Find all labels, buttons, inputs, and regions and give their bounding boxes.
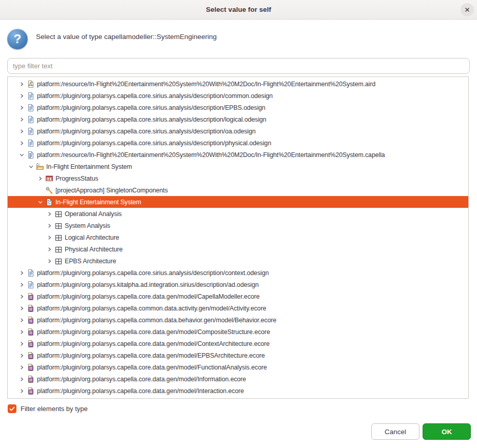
tree-row[interactable]: platform:/plugin/org.polarsys.capella.co…	[8, 90, 468, 102]
chevron-down-icon[interactable]	[36, 198, 44, 206]
tree-row[interactable]: platform:/plugin/org.polarsys.capella.co…	[8, 302, 468, 314]
chevron-right-icon[interactable]	[18, 375, 26, 383]
chevron-right-icon[interactable]	[18, 293, 26, 301]
architecture-icon	[54, 233, 63, 242]
chevron-right-icon[interactable]	[46, 233, 53, 242]
dialog-message: Select a value of type capellamodeller::…	[36, 33, 217, 41]
tree-row[interactable]: EPBS Architecture	[8, 255, 468, 267]
ecore-file-icon	[27, 304, 35, 313]
chevron-right-icon[interactable]	[46, 222, 53, 230]
chevron-right-icon[interactable]	[18, 363, 26, 372]
tree-row[interactable]: Logical Architecture	[8, 231, 468, 243]
architecture-icon	[54, 257, 63, 265]
chevron-right-icon[interactable]	[18, 328, 26, 336]
tree-row[interactable]: Physical Architecture	[8, 243, 468, 255]
chevron-right-icon[interactable]	[46, 257, 53, 265]
tree-row[interactable]: In-Flight Entertainment System	[8, 196, 468, 208]
tree-item-label: platform:/plugin/org.polarsys.capella.co…	[37, 328, 270, 336]
chevron-right-icon[interactable]	[18, 92, 26, 100]
model-element-tree[interactable]: platform:/resource/In-Flight%20Entertain…	[7, 76, 469, 399]
tree-row[interactable]: platform:/plugin/org.polarsys.capella.co…	[8, 326, 468, 338]
odesign-file-icon	[27, 104, 35, 112]
chevron-right-icon[interactable]	[18, 127, 26, 135]
tree-item-label: platform:/resource/In-Flight%20Entertain…	[37, 151, 385, 159]
select-value-dialog: { "window": { "title": "Select value for…	[0, 0, 477, 448]
tree-item-label: platform:/plugin/org.polarsys.capella.co…	[37, 92, 273, 100]
dialog-buttons: Cancel OK	[371, 423, 471, 440]
architecture-icon	[54, 210, 63, 218]
tree-row[interactable]: 123ProgressStatus	[8, 172, 468, 184]
chevron-right-icon[interactable]	[18, 281, 26, 289]
odesign-file-icon	[27, 115, 35, 124]
tree-row[interactable]: platform:/plugin/org.polarsys.capella.co…	[8, 102, 468, 113]
tree-row[interactable]: platform:/plugin/org.polarsys.capella.co…	[8, 290, 468, 302]
tree-row[interactable]: platform:/plugin/org.polarsys.capella.co…	[8, 361, 468, 373]
ecore-file-icon	[27, 375, 35, 383]
tree-row[interactable]: platform:/plugin/org.polarsys.capella.co…	[8, 113, 468, 125]
ecore-file-icon	[27, 328, 35, 336]
tree-item-label: Logical Architecture	[65, 234, 119, 241]
tree-item-label: Physical Architecture	[65, 246, 123, 253]
chevron-down-icon[interactable]	[27, 163, 35, 171]
tree-item-label: platform:/plugin/org.polarsys.capella.co…	[37, 269, 269, 277]
chevron-right-icon[interactable]	[18, 316, 26, 324]
ecore-file-icon	[27, 363, 35, 372]
tree-row[interactable]: platform:/plugin/org.polarsys.capella.co…	[8, 314, 468, 326]
tree-row[interactable]: platform:/plugin/org.polarsys.capella.co…	[8, 385, 468, 397]
tree-row[interactable]: platform:/plugin/org.polarsys.capella.co…	[8, 338, 468, 349]
odesign-file-icon	[27, 139, 35, 147]
close-button[interactable]	[461, 3, 474, 16]
tree-item-label: platform:/plugin/org.polarsys.capella.co…	[37, 305, 266, 312]
tree-item-label: platform:/plugin/org.polarsys.capella.co…	[37, 387, 244, 395]
tree-row[interactable]: platform:/plugin/org.polarsys.capella.co…	[8, 349, 468, 361]
chevron-right-icon[interactable]	[46, 210, 53, 218]
architecture-icon	[54, 245, 63, 254]
dialog-titlebar: Select value for self	[0, 0, 477, 20]
chevron-right-icon[interactable]	[18, 399, 26, 399]
chevron-right-icon[interactable]	[46, 245, 53, 254]
tree-row[interactable]: platform:/resource/In-Flight%20Entertain…	[8, 149, 468, 161]
dialog-header: ? Select a value of type capellamodeller…	[7, 29, 470, 49]
chevron-right-icon[interactable]	[18, 139, 26, 147]
tree-row[interactable]: [projectApproach] SingletonComponents	[8, 184, 468, 196]
tree-item-label: platform:/plugin/org.polarsys.kitalpha.a…	[37, 281, 259, 288]
capella-project-folder-icon	[36, 163, 44, 171]
tree-item-label: In-Flight Entertainment System	[55, 199, 141, 206]
filter-by-type-checkbox[interactable]	[8, 404, 16, 413]
tree-item-label: In-Flight Entertainment System	[46, 163, 132, 170]
chevron-right-icon[interactable]	[36, 174, 44, 183]
chevron-right-icon[interactable]	[18, 104, 26, 112]
tree-item-label: EPBS Architecture	[65, 258, 116, 265]
tree-row[interactable]: In-Flight Entertainment System	[8, 161, 468, 172]
ecore-file-icon	[27, 316, 35, 324]
cancel-button[interactable]: Cancel	[371, 423, 419, 440]
tree-row[interactable]: platform:/plugin/org.polarsys.capella.co…	[8, 125, 468, 137]
chevron-right-icon[interactable]	[18, 340, 26, 348]
odesign-file-icon	[27, 127, 35, 135]
capella-file-icon	[27, 151, 35, 159]
chevron-right-icon[interactable]	[18, 304, 26, 313]
ok-button[interactable]: OK	[423, 423, 471, 440]
svg-text:123: 123	[46, 177, 52, 181]
tree-row[interactable]: platform:/plugin/org.polarsys.capella.co…	[8, 397, 468, 399]
tree-row[interactable]: platform:/plugin/org.polarsys.capella.co…	[8, 137, 468, 149]
tree-row[interactable]: Operational Analysis	[8, 208, 468, 220]
chevron-right-icon[interactable]	[18, 80, 26, 88]
tree-item-label: ProgressStatus	[55, 175, 98, 182]
filter-checkbox-label: Filter elements by type	[21, 405, 88, 413]
chevron-right-icon[interactable]	[18, 387, 26, 395]
tree-item-label: platform:/plugin/org.polarsys.capella.co…	[37, 140, 271, 147]
tree-row[interactable]: System Analysis	[8, 220, 468, 231]
key-icon	[45, 186, 53, 194]
chevron-right-icon[interactable]	[18, 352, 26, 360]
tree-row[interactable]: platform:/resource/In-Flight%20Entertain…	[8, 78, 468, 90]
filter-input[interactable]	[7, 58, 470, 74]
tree-row[interactable]: platform:/plugin/org.polarsys.kitalpha.a…	[8, 279, 468, 290]
chevron-down-icon[interactable]	[18, 151, 26, 159]
tree-row[interactable]: platform:/plugin/org.polarsys.capella.co…	[8, 373, 468, 385]
chevron-right-icon[interactable]	[18, 115, 26, 124]
checkmark-icon	[9, 405, 15, 412]
tree-row[interactable]: platform:/plugin/org.polarsys.capella.co…	[8, 267, 468, 279]
tree-item-label: platform:/plugin/org.polarsys.capella.co…	[37, 116, 266, 123]
chevron-right-icon[interactable]	[18, 269, 26, 277]
